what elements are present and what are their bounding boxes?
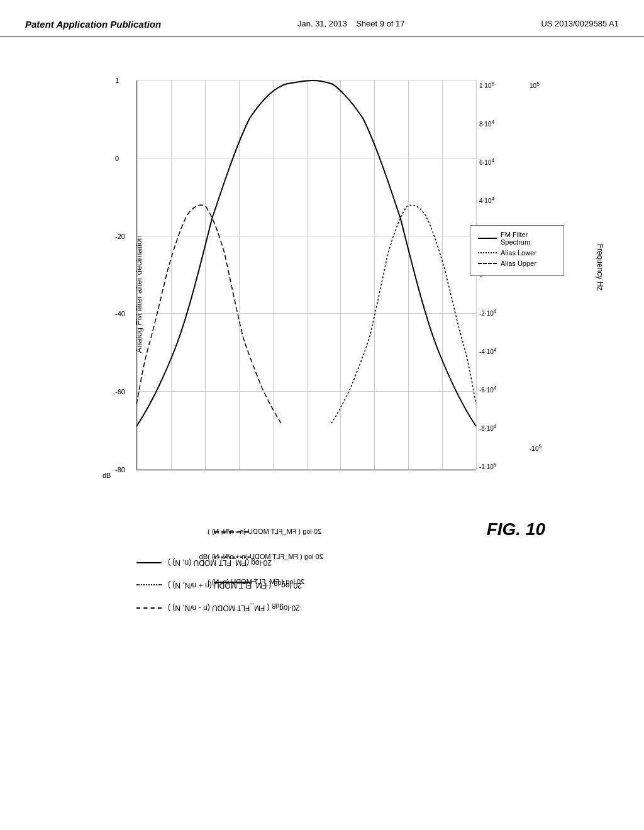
page-header: Patent Application Publication Jan. 31, … [0,0,644,36]
freq-tick-8e4: 8·104 [479,119,496,128]
svg-text:20·log ( FM_FLT MODU (n - n/N,: 20·log ( FM_FLT MODU (n - n/N, N) ) [208,528,321,535]
legend-line-dashed [478,263,497,264]
legend-line-solid [478,238,497,239]
legend-item-fm-filter: FM Filter Spectrum [478,231,556,246]
y-tick-4: -60 [115,388,125,396]
fig-label: FIG. 10 [487,519,545,540]
legend-label-alias-lower: Alias Lower [501,249,536,257]
legend-item-alias-lower: Alias Lower [478,249,556,257]
bottom-formulas-alt: 20·log ( FM_FLT MODU (n, N) ) dB 20·log … [38,485,465,600]
chart-svg [136,80,476,470]
legend-line-dotted [478,252,497,253]
formulas-svg: 20·log ( FM_FLT MODU (n, N) ) dB 20·log … [38,485,465,598]
y-tick-2: -20 [115,233,125,240]
formula-3-line [136,607,162,609]
patent-number: US 2013/0029585 A1 [541,19,619,28]
svg-text:20·log ( FM_FLT MODU (n + n/N,: 20·log ( FM_FLT MODU (n + n/N, N) ) [208,553,323,560]
freq-tick-6e4: 6·104 [479,157,496,166]
legend-box: FM Filter Spectrum Alias Lower Alias Upp… [470,225,564,276]
freq-tick-1e5: 1·105 [479,80,496,89]
freq-tick-n1e5: -1·105 [479,462,496,470]
header-date-sheet: Jan. 31, 2013 Sheet 9 of 17 [297,19,405,28]
db-label: dB [103,472,111,479]
y-tick-5: -80 [115,466,125,473]
formula-3-text: 20·logdB ( FM_FLT MODU (n - n/N, N) ) [168,602,300,612]
alias-upper-curve [136,205,281,423]
freq-tick-4e4: 4·104 [479,196,496,204]
alias-lower-curve [331,205,476,423]
formula-3: 20·logdB ( FM_FLT MODU (n - n/N, N) ) [136,602,558,612]
freq-label-top: 105 [530,80,540,89]
freq-tick-n4e4: -4·104 [479,346,496,355]
svg-text:20·log ( FM_FLT MODU (n, N) ): 20·log ( FM_FLT MODU (n, N) ) [208,578,304,585]
freq-label-bottom: -105 [530,443,541,452]
frequency-hz-label: Frequency Hz [596,244,604,291]
header-sheet: Sheet 9 of 17 [356,19,404,28]
freq-tick-n6e4: -6·104 [479,385,496,394]
y-tick-3: -40 [115,310,125,318]
freq-tick-n2e4: -2·104 [479,308,496,317]
chart-container: Analog FM filter after decimation 1 [86,68,558,521]
fm-filter-curve [136,80,476,426]
freq-tick-n8e4: -8·104 [479,423,496,432]
main-content: Analog FM filter after decimation 1 [0,36,644,638]
header-date: Jan. 31, 2013 [297,19,347,28]
y-tick-1: 0 [115,155,119,162]
publication-title: Patent Application Publication [25,19,161,30]
svg-text:dB: dB [199,553,208,560]
y-tick-0: 1 [115,77,119,84]
legend-label-alias-upper: Alias Upper [501,260,536,267]
legend-item-alias-upper: Alias Upper [478,260,556,267]
legend-label-fm: FM Filter Spectrum [501,231,556,246]
